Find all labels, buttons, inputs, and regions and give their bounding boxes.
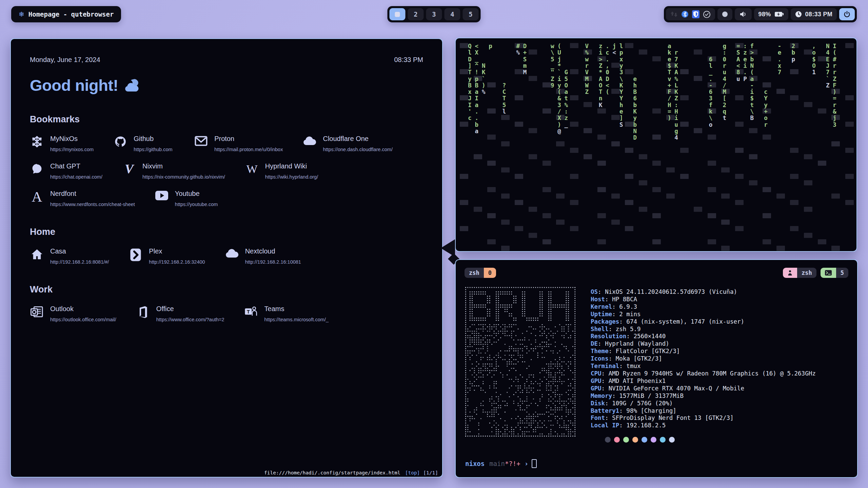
battery-indicator[interactable]: 98%	[754, 8, 788, 20]
matrix-char: o	[764, 115, 768, 121]
matrix-char: M	[523, 69, 527, 76]
bookmark-item-github[interactable]: Githubhttps://github.com	[113, 135, 174, 152]
matrix-char: B	[468, 83, 472, 89]
active-window-title-pill[interactable]: ❄ Homepage - qutebrowser	[11, 6, 121, 22]
matrix-char: 0	[606, 69, 609, 76]
bookmark-url: https://www.office.com/?auth=2	[156, 317, 224, 322]
bookmark-name: Github	[134, 135, 172, 143]
matrix-char: v	[668, 76, 671, 82]
bookmark-item-hyprland-wiki[interactable]: WHyprland Wikihttps://wiki.hyprland.org/	[245, 162, 318, 180]
house-icon	[31, 248, 43, 260]
matrix-char: A	[599, 76, 603, 82]
matrix-block	[694, 128, 702, 133]
bookmark-item-mynixos[interactable]: MyNixOshttps://mynixos.com	[30, 135, 94, 152]
bookmark-item-plex[interactable]: Plexhttp://192.168.2.16:32400	[129, 247, 205, 265]
matrix-char: 2	[791, 43, 795, 49]
matrix-char: J	[826, 63, 830, 69]
record-icon	[722, 11, 728, 17]
matrix-char: Y	[619, 89, 623, 95]
matrix-block	[735, 200, 744, 205]
workspace-button-5[interactable]: 5	[463, 8, 479, 20]
wiki-w-icon: W	[245, 163, 259, 175]
matrix-char: ,	[606, 63, 609, 69]
matrix-char: D	[606, 76, 609, 82]
matrix-char: i	[557, 76, 561, 82]
bookmark-item-teams[interactable]: TTeamshttps://teams.microsoft.com/_	[244, 305, 329, 322]
matrix-block	[474, 154, 482, 159]
matrix-char: H	[674, 109, 678, 115]
tray-volume[interactable]	[735, 8, 752, 20]
matrix-block	[570, 174, 578, 179]
matrix-block	[542, 213, 551, 218]
matrix-block	[625, 200, 633, 205]
workspace-button-1[interactable]	[390, 8, 406, 20]
matrix-char: X	[557, 115, 561, 121]
matrix-char: j	[557, 57, 561, 63]
workspace-button-3[interactable]: 3	[426, 8, 442, 20]
matrix-char: Y	[764, 96, 768, 102]
matrix-char: b	[475, 122, 479, 128]
fastfetch-line: CPU: AMD Ryzen 9 7940HS w/ Radeon 780M G…	[591, 370, 816, 378]
matrix-block	[570, 200, 578, 205]
svg-text:W: W	[246, 163, 258, 175]
matrix-char: -	[750, 83, 754, 89]
matrix-block	[639, 49, 647, 55]
bookmark-item-proton[interactable]: Protonhttps://mail.proton.me/u/0/inbox	[194, 135, 283, 152]
bookmark-url: https://chat.openai.com/	[50, 174, 102, 180]
power-icon	[843, 11, 851, 18]
matrix-char: _	[551, 63, 554, 69]
startpage-time: 08:33 PM	[394, 56, 423, 64]
matrix-char: r	[723, 63, 726, 69]
workspace-button-4[interactable]: 4	[445, 8, 460, 20]
matrix-char: Z	[585, 89, 589, 95]
bookmark-item-chat-gpt[interactable]: Chat GPThttps://chat.openai.com/	[30, 162, 102, 180]
bookmark-item-nixvim[interactable]: VNixvimhttps://nix-community.github.io/n…	[122, 162, 225, 180]
matrix-block	[652, 161, 661, 166]
matrix-char: 5	[565, 76, 568, 82]
matrix-block	[542, 82, 551, 87]
tray-record[interactable]	[717, 8, 732, 20]
workspace-button-2[interactable]: 2	[408, 8, 424, 20]
matrix-char: a	[475, 102, 479, 108]
bookmark-name: Office	[156, 305, 224, 313]
tray-status-icons[interactable]	[666, 8, 715, 20]
bookmark-item-nerdfont[interactable]: ANerdfonthttps://www.nerdfonts.com/cheat…	[30, 190, 135, 207]
bookmark-item-office[interactable]: Officehttps://www.office.com/?auth=2	[136, 305, 224, 322]
matrix-char: V	[585, 43, 589, 49]
matrix-char: W	[585, 83, 589, 89]
matrix-block	[680, 174, 689, 179]
bookmark-item-nextcloud[interactable]: Nextcloudhttp://192.168.2.16:10081	[225, 247, 301, 265]
bookmark-item-outlook[interactable]: Outlookhttps://outlook.office.com/mail/	[30, 305, 116, 322]
cloud-icon	[225, 248, 239, 258]
bookmark-item-casa[interactable]: Casahttp://192.168.2.16:8081/#/	[30, 247, 109, 265]
matrix-char: g	[674, 128, 678, 135]
tmux-session-pill-segment	[821, 268, 836, 278]
matrix-char: <	[736, 63, 740, 69]
matrix-block	[790, 174, 798, 179]
palette-dot	[632, 437, 638, 443]
matrix-block	[776, 89, 785, 94]
matrix-block	[804, 49, 812, 55]
matrix-block	[831, 246, 840, 251]
matrix-block	[694, 49, 702, 55]
tmux-window-pill-segment: zsh	[465, 268, 484, 278]
matrix-block	[735, 122, 744, 127]
clock-indicator[interactable]: 08:33 PM	[791, 8, 837, 20]
power-button[interactable]	[839, 8, 855, 20]
matrix-block	[652, 187, 661, 192]
bookmark-name: MyNixOs	[50, 135, 94, 143]
terminal-cursor[interactable]	[532, 459, 537, 468]
matrix-char: K	[599, 102, 603, 108]
matrix-block	[749, 154, 757, 159]
matrix-char: e	[619, 109, 623, 115]
matrix-block	[584, 128, 592, 133]
matrix-char: t	[750, 102, 754, 108]
matrix-char: a	[475, 128, 479, 135]
bookmark-item-youtube[interactable]: Youtubehttps://youtube.com	[155, 190, 218, 207]
matrix-char: x	[468, 89, 472, 95]
matrix-char: T	[599, 89, 603, 95]
matrix-block	[487, 239, 496, 244]
fastfetch-line: Shell: zsh 5.9	[591, 326, 816, 333]
matrix-char: 5	[502, 102, 506, 108]
bookmark-item-cloudflare-one[interactable]: Cloudflare Onehttps://one.dash.cloudflar…	[302, 135, 393, 152]
